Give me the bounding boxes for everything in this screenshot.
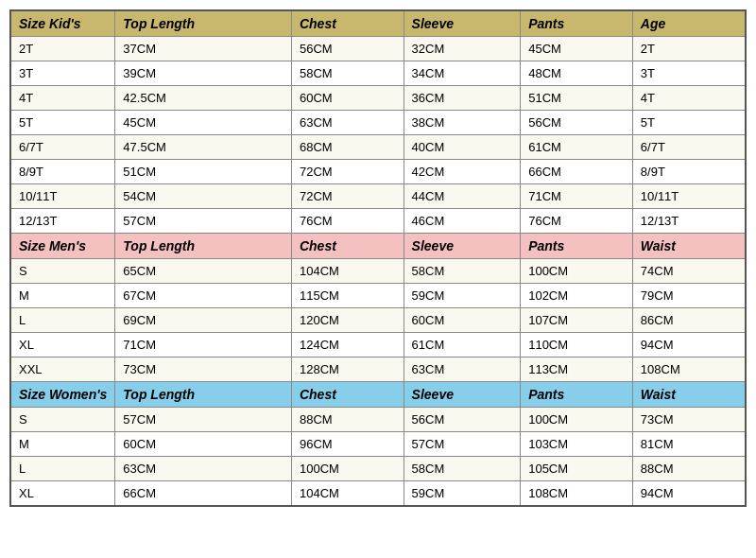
cell-mens-0-3: 58CM [404,259,521,284]
cell-mens-1-5: 79CM [632,284,746,308]
col-header-womens-3: Sleeve [404,382,521,408]
cell-kids-2-4: 51CM [521,86,633,111]
cell-mens-4-3: 63CM [404,357,521,382]
cell-womens-1-3: 57CM [404,432,521,457]
cell-mens-0-5: 74CM [632,259,746,284]
cell-kids-7-3: 46CM [404,209,521,234]
cell-mens-2-2: 120CM [291,308,404,333]
table-row: 6/7T47.5CM68CM40CM61CM6/7T [10,135,746,160]
cell-kids-6-3: 44CM [404,184,521,209]
cell-kids-1-0: 3T [10,61,115,86]
table-row: L63CM100CM58CM105CM88CM [10,457,746,481]
col-header-kids-5: Age [632,10,746,37]
col-header-mens-4: Pants [521,234,633,259]
col-header-womens-1: Top Length [115,382,292,408]
cell-mens-4-2: 128CM [291,357,404,382]
cell-womens-2-3: 58CM [404,457,521,481]
cell-kids-3-0: 5T [10,111,115,135]
cell-womens-0-3: 56CM [404,408,521,432]
section-header-mens: Size Men'sTop LengthChestSleevePantsWais… [10,234,746,259]
cell-kids-2-0: 4T [10,86,115,111]
table-row: 2T37CM56CM32CM45CM2T [10,37,746,61]
cell-womens-2-2: 100CM [291,457,404,481]
cell-kids-4-5: 6/7T [632,135,746,160]
cell-kids-0-5: 2T [632,37,746,61]
cell-kids-0-4: 45CM [521,37,633,61]
cell-mens-3-4: 110CM [521,333,633,357]
cell-kids-4-0: 6/7T [10,135,115,160]
cell-kids-1-4: 48CM [521,61,633,86]
cell-mens-4-0: XXL [10,357,115,382]
cell-kids-4-2: 68CM [291,135,404,160]
cell-mens-4-1: 73CM [115,357,292,382]
cell-kids-6-0: 10/11T [10,184,115,209]
cell-kids-7-2: 76CM [291,209,404,234]
cell-kids-3-5: 5T [632,111,746,135]
table-row: XXL73CM128CM63CM113CM108CM [10,357,746,382]
cell-mens-2-4: 107CM [521,308,633,333]
cell-womens-3-1: 66CM [115,481,292,507]
cell-womens-1-2: 96CM [291,432,404,457]
cell-kids-2-3: 36CM [404,86,521,111]
cell-kids-3-1: 45CM [115,111,292,135]
cell-kids-6-2: 72CM [291,184,404,209]
cell-kids-6-5: 10/11T [632,184,746,209]
section-header-kids: Size Kid'sTop LengthChestSleevePantsAge [10,10,746,37]
cell-womens-2-0: L [10,457,115,481]
cell-womens-2-1: 63CM [115,457,292,481]
cell-kids-5-1: 51CM [115,160,292,184]
cell-womens-1-1: 60CM [115,432,292,457]
cell-kids-3-2: 63CM [291,111,404,135]
cell-womens-0-1: 57CM [115,408,292,432]
cell-kids-7-0: 12/13T [10,209,115,234]
cell-mens-2-5: 86CM [632,308,746,333]
cell-mens-0-1: 65CM [115,259,292,284]
cell-kids-2-5: 4T [632,86,746,111]
cell-kids-3-3: 38CM [404,111,521,135]
cell-mens-1-2: 115CM [291,284,404,308]
col-header-mens-5: Waist [632,234,746,259]
cell-womens-3-0: XL [10,481,115,507]
cell-mens-3-2: 124CM [291,333,404,357]
cell-mens-0-2: 104CM [291,259,404,284]
cell-womens-0-5: 73CM [632,408,746,432]
col-header-womens-2: Chest [291,382,404,408]
col-header-kids-4: Pants [521,10,633,37]
cell-kids-5-2: 72CM [291,160,404,184]
cell-mens-3-1: 71CM [115,333,292,357]
cell-womens-0-0: S [10,408,115,432]
cell-kids-3-4: 56CM [521,111,633,135]
cell-womens-2-5: 88CM [632,457,746,481]
cell-kids-7-1: 57CM [115,209,292,234]
cell-mens-3-3: 61CM [404,333,521,357]
table-row: 10/11T54CM72CM44CM71CM10/11T [10,184,746,209]
table-row: XL71CM124CM61CM110CM94CM [10,333,746,357]
table-row: 5T45CM63CM38CM56CM5T [10,111,746,135]
cell-kids-0-3: 32CM [404,37,521,61]
col-header-womens-4: Pants [521,382,633,408]
cell-kids-5-3: 42CM [404,160,521,184]
col-header-mens-1: Top Length [115,234,292,259]
cell-kids-0-1: 37CM [115,37,292,61]
cell-kids-0-2: 56CM [291,37,404,61]
cell-womens-3-2: 104CM [291,481,404,507]
cell-kids-1-2: 58CM [291,61,404,86]
cell-mens-2-1: 69CM [115,308,292,333]
cell-kids-1-3: 34CM [404,61,521,86]
col-header-kids-1: Top Length [115,10,292,37]
col-header-mens-2: Chest [291,234,404,259]
col-header-womens-5: Waist [632,382,746,408]
col-header-mens-0: Size Men's [10,234,115,259]
table-row: S57CM88CM56CM100CM73CM [10,408,746,432]
table-row: 12/13T57CM76CM46CM76CM12/13T [10,209,746,234]
cell-kids-7-5: 12/13T [632,209,746,234]
cell-womens-1-4: 103CM [521,432,633,457]
cell-mens-2-0: L [10,308,115,333]
cell-mens-3-5: 94CM [632,333,746,357]
cell-mens-1-1: 67CM [115,284,292,308]
cell-kids-7-4: 76CM [521,209,633,234]
cell-mens-1-0: M [10,284,115,308]
cell-mens-0-4: 100CM [521,259,633,284]
cell-mens-0-0: S [10,259,115,284]
col-header-mens-3: Sleeve [404,234,521,259]
